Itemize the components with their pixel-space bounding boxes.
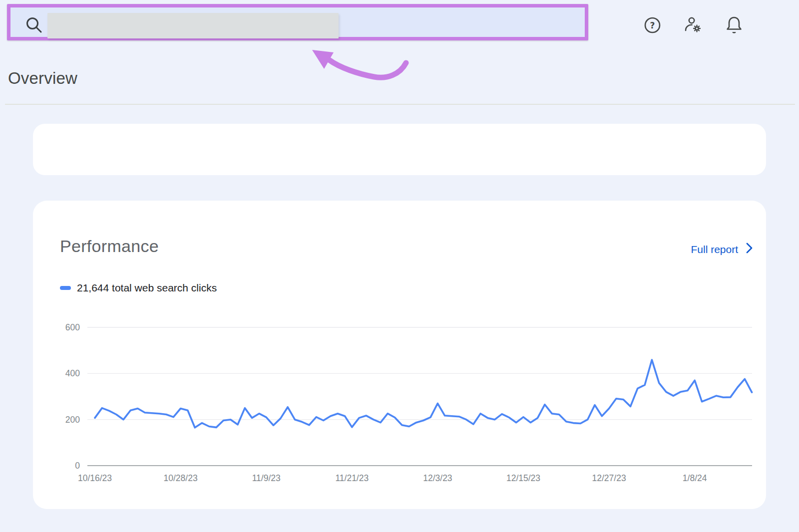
chart-legend: 21,644 total web search clicks	[60, 282, 217, 294]
y-axis-tick-label: 600	[65, 322, 80, 332]
x-axis-tick-label: 12/3/23	[423, 473, 452, 483]
annotation-arrow-icon	[302, 44, 417, 84]
performance-title: Performance	[60, 237, 159, 256]
svg-text:?: ?	[650, 20, 655, 30]
search-highlight-box	[7, 4, 588, 40]
search-input[interactable]	[47, 13, 339, 38]
legend-label: 21,644 total web search clicks	[77, 282, 217, 294]
performance-card: Performance Full report 21,644 total web…	[33, 201, 766, 509]
user-settings-icon[interactable]	[683, 15, 703, 35]
x-axis-tick-label: 12/27/23	[592, 473, 626, 483]
page-title: Overview	[8, 69, 77, 88]
y-axis-tick-label: 200	[65, 415, 80, 425]
help-icon[interactable]: ?	[642, 15, 662, 35]
notifications-icon[interactable]	[724, 15, 744, 35]
x-axis-tick-label: 10/28/23	[164, 473, 198, 483]
legend-dash-icon	[60, 286, 71, 290]
performance-line-chart[interactable]: 020040060010/16/2310/28/2311/9/2311/21/2…	[33, 305, 766, 505]
chevron-right-icon	[746, 243, 753, 256]
header-divider	[5, 104, 795, 105]
x-axis-tick-label: 11/21/23	[335, 473, 369, 483]
search-icon	[24, 15, 45, 38]
clicks-series-line	[95, 360, 752, 428]
full-report-label: Full report	[691, 244, 738, 256]
x-axis-tick-label: 10/16/23	[78, 473, 112, 483]
y-axis-tick-label: 0	[75, 461, 80, 471]
x-axis-tick-label: 12/15/23	[506, 473, 540, 483]
x-axis-tick-label: 1/8/24	[683, 473, 707, 483]
x-axis-tick-label: 11/9/23	[252, 473, 281, 483]
insights-banner-card: Site analytics for content creators Sear…	[33, 124, 766, 175]
search-console-overview-page: ?	[0, 0, 799, 532]
topbar-actions: ?	[642, 15, 744, 35]
full-report-link[interactable]: Full report	[691, 243, 753, 256]
y-axis-tick-label: 400	[65, 368, 80, 378]
